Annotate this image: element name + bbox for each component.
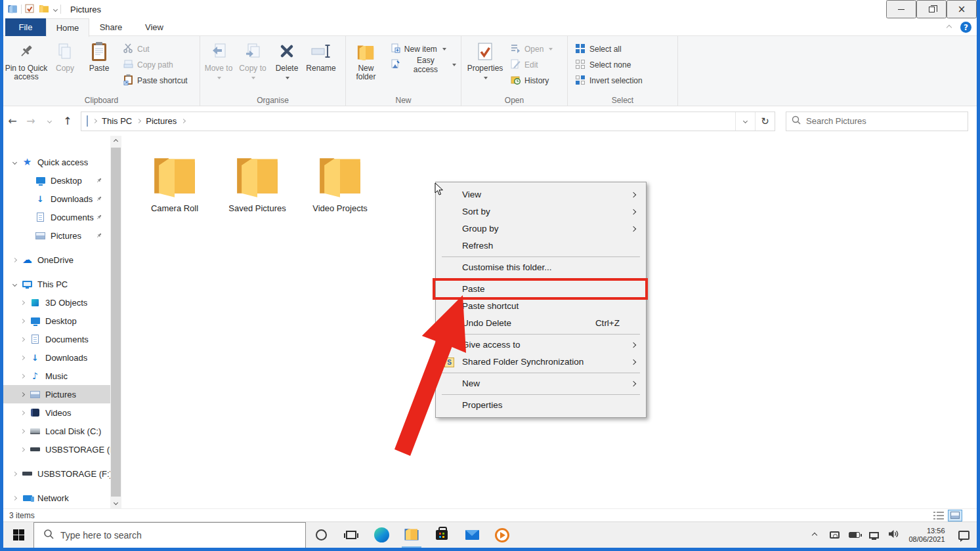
cortana-button[interactable] xyxy=(306,522,336,548)
sidebar-item-videos[interactable]: Videos xyxy=(3,403,110,422)
chevron-down-icon xyxy=(12,159,16,164)
clock[interactable]: 13:56 08/06/2021 xyxy=(903,522,950,548)
properties-button[interactable]: Properties xyxy=(463,38,507,95)
up-button[interactable]: ↑ xyxy=(58,112,77,131)
copy-button[interactable]: Copy xyxy=(48,38,82,95)
delete-x-icon xyxy=(278,40,295,62)
forward-button[interactable]: → xyxy=(22,112,40,131)
delete-button[interactable]: Delete xyxy=(270,38,304,95)
window-title: Pictures xyxy=(70,5,101,14)
sidebar-item-local-disk-c[interactable]: Local Disk (C:) xyxy=(3,422,110,440)
sidebar-item-quick-access[interactable]: ★ Quick access xyxy=(3,153,110,171)
sidebar-item-this-pc[interactable]: This PC xyxy=(3,275,110,293)
cut-button[interactable]: Cut xyxy=(120,41,191,57)
close-button[interactable]: × xyxy=(947,0,977,18)
scrollbar-thumb[interactable] xyxy=(111,148,121,497)
menu-item-sort-by[interactable]: Sort by xyxy=(436,203,646,220)
qat-customize-chevron-icon[interactable] xyxy=(53,7,58,11)
taskbar-search-input[interactable] xyxy=(60,530,305,541)
tab-view[interactable]: View xyxy=(133,18,176,36)
help-icon[interactable]: ? xyxy=(960,22,971,33)
sidebar-item-onedrive[interactable]: ☁ OneDrive xyxy=(3,251,110,269)
menu-item-view[interactable]: View xyxy=(436,186,646,203)
cast-tray-button[interactable] xyxy=(824,522,844,548)
refresh-button[interactable]: ↻ xyxy=(755,112,775,131)
history-button[interactable]: History xyxy=(507,73,556,89)
easy-access-button[interactable]: Easy access xyxy=(387,57,459,73)
rename-button[interactable]: Rename xyxy=(304,38,338,95)
collapse-ribbon-icon[interactable] xyxy=(947,24,952,30)
sidebar-item-music[interactable]: ♪ Music xyxy=(3,367,110,385)
sidebar-scrollbar[interactable] xyxy=(110,136,121,508)
open-button[interactable]: Open xyxy=(507,41,556,57)
mail-button[interactable] xyxy=(457,522,487,548)
tray-date: 08/06/2021 xyxy=(908,535,945,543)
network-tray-button[interactable] xyxy=(864,522,884,548)
scroll-down-icon[interactable] xyxy=(110,497,121,508)
file-explorer-button[interactable] xyxy=(396,522,427,548)
start-button[interactable] xyxy=(3,522,33,548)
battery-tray-button[interactable] xyxy=(844,522,864,548)
minimize-button[interactable] xyxy=(886,0,916,18)
sidebar-item-documents[interactable]: Documents xyxy=(3,330,110,348)
breadcrumb[interactable]: This PC Pictures ↻ xyxy=(81,112,775,131)
paste-shortcut-icon xyxy=(123,74,133,87)
menu-item-customise-folder[interactable]: Customise this folder... xyxy=(436,259,646,276)
media-player-button[interactable] xyxy=(487,522,517,548)
scroll-up-icon[interactable] xyxy=(110,136,121,147)
paste-shortcut-button[interactable]: Paste shortcut xyxy=(120,73,191,89)
copy-path-button[interactable]: Copy path xyxy=(120,57,191,73)
qat-new-folder-icon[interactable] xyxy=(39,4,49,15)
folder-camera-roll[interactable]: Camera Roll xyxy=(133,149,216,213)
system-tray: 13:56 08/06/2021 xyxy=(805,522,977,548)
task-view-button[interactable] xyxy=(336,522,366,548)
details-view-button[interactable] xyxy=(933,511,944,520)
move-to-button[interactable]: Move to xyxy=(202,38,236,95)
sidebar-item-usbstorage-f-root[interactable]: USBSTORAGE (F:) xyxy=(3,464,110,483)
qat-properties-icon[interactable] xyxy=(25,4,34,15)
sidebar-item-downloads[interactable]: ↓ Downloads xyxy=(3,348,110,367)
sidebar-item-3d-objects[interactable]: 3D Objects xyxy=(3,293,110,312)
tab-share[interactable]: Share xyxy=(89,18,133,36)
tab-home[interactable]: Home xyxy=(46,18,89,37)
action-center-button[interactable] xyxy=(950,522,977,548)
large-icons-view-button[interactable] xyxy=(948,510,962,521)
sidebar-item-usbstorage-f[interactable]: USBSTORAGE (F: xyxy=(3,440,110,459)
invert-selection-button[interactable]: Invert selection xyxy=(572,73,646,89)
back-button[interactable]: ← xyxy=(3,112,22,131)
sidebar-item-network[interactable]: Network xyxy=(3,489,110,507)
copy-to-button[interactable]: Copy to xyxy=(236,38,270,95)
select-all-button[interactable]: Select all xyxy=(572,41,646,57)
breadcrumb-pictures[interactable]: Pictures xyxy=(143,116,179,126)
sidebar-item-documents-pinned[interactable]: Documents xyxy=(3,208,110,226)
chevron-right-icon xyxy=(20,300,24,304)
folder-saved-pictures[interactable]: Saved Pictures xyxy=(216,149,299,213)
edit-button[interactable]: Edit xyxy=(507,57,556,73)
folder-video-projects[interactable]: Video Projects xyxy=(299,149,381,213)
sidebar-item-desktop-pinned[interactable]: Desktop xyxy=(3,171,110,190)
recent-locations-button[interactable] xyxy=(40,112,58,131)
select-none-button[interactable]: Select none xyxy=(572,57,646,73)
menu-item-refresh[interactable]: Refresh xyxy=(436,237,646,255)
new-item-button[interactable]: New item xyxy=(387,41,459,57)
group-label-open: Open xyxy=(461,96,567,105)
new-folder-button[interactable]: New folder xyxy=(347,38,385,95)
edge-button[interactable] xyxy=(366,522,396,548)
quick-access-star-icon: ★ xyxy=(22,157,33,168)
sidebar-item-pictures-pinned[interactable]: Pictures xyxy=(3,226,110,245)
restore-button[interactable] xyxy=(916,0,947,18)
breadcrumb-this-pc[interactable]: This PC xyxy=(99,116,135,126)
pin-to-quick-access-button[interactable]: Pin to Quick access xyxy=(5,38,48,95)
address-dropdown-button[interactable] xyxy=(735,112,755,131)
tab-file[interactable]: File xyxy=(5,18,46,36)
sidebar-item-downloads-pinned[interactable]: ↓ Downloads xyxy=(3,190,110,208)
tray-expand-button[interactable] xyxy=(805,522,824,548)
menu-item-group-by[interactable]: Group by xyxy=(436,220,646,237)
microsoft-store-button[interactable] xyxy=(427,522,457,548)
usb-drive-icon xyxy=(30,444,41,455)
volume-tray-button[interactable] xyxy=(884,522,903,548)
sidebar-item-desktop[interactable]: Desktop xyxy=(3,312,110,330)
sidebar-item-pictures-selected[interactable]: Pictures xyxy=(3,385,110,403)
paste-button[interactable]: Paste xyxy=(82,38,116,95)
search-input[interactable] xyxy=(806,116,962,126)
